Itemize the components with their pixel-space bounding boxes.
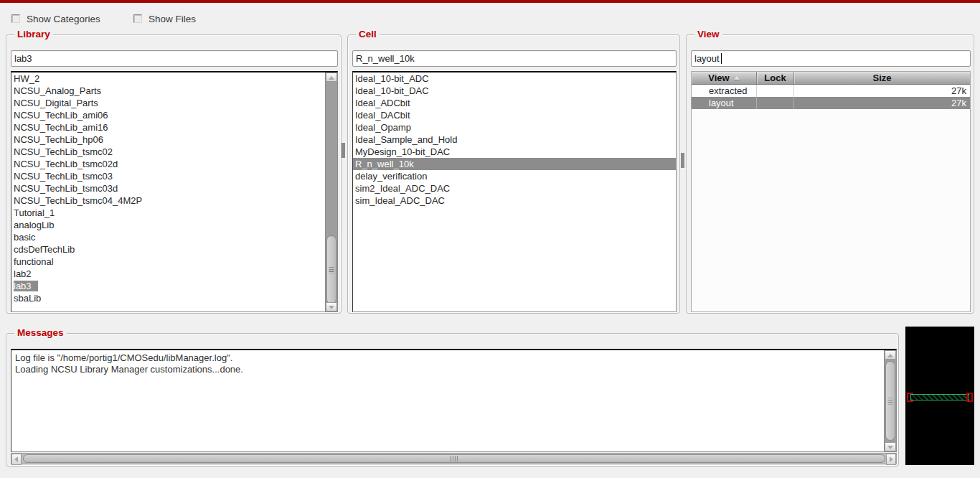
messages-panel: Messages Log file is "/home/portig1/CMOS… <box>6 333 899 467</box>
library-list-item[interactable]: NCSU_TechLib_tsmc03 <box>11 170 325 182</box>
cell-list-item[interactable]: Ideal_10-bit_ADC <box>353 72 676 85</box>
scroll-down-button[interactable] <box>326 302 337 311</box>
view-table-cell-lock <box>757 85 794 97</box>
view-column-header[interactable]: View <box>692 72 757 84</box>
resistor-contact-right <box>966 393 973 402</box>
library-list-item[interactable]: functional <box>11 256 325 268</box>
sort-ascending-icon <box>734 76 740 80</box>
arrow-up-icon <box>887 354 893 357</box>
library-list-item[interactable]: basic <box>11 231 325 243</box>
show-files-option[interactable]: Show Files <box>133 14 196 24</box>
scroll-down-button[interactable] <box>885 442 896 451</box>
thumb-grip-icon <box>888 398 893 404</box>
scrollbar-thumb[interactable] <box>23 454 885 463</box>
cell-list-item[interactable]: Ideal_Sample_and_Hold <box>353 133 676 146</box>
scroll-left-button[interactable] <box>11 454 22 465</box>
scroll-up-button[interactable] <box>885 350 896 360</box>
arrow-up-icon <box>329 76 334 80</box>
show-files-checkbox[interactable] <box>133 14 142 23</box>
view-table-header[interactable]: ViewLockSize <box>692 72 970 85</box>
arrow-left-icon <box>14 456 18 462</box>
column-header-label: Size <box>872 72 891 83</box>
library-list-item[interactable]: lab2 <box>11 268 325 280</box>
view-panel-title: View <box>694 29 722 40</box>
column-header-label: Lock <box>764 72 786 83</box>
message-line: Loading NCSU Library Manager customizati… <box>11 364 884 375</box>
view-table-cell-size: 27k <box>794 97 970 109</box>
resistor-nwell-body <box>910 394 969 400</box>
messages-panel-title: Messages <box>14 327 67 339</box>
cell-list-item[interactable]: sim2_Ideal_ADC_DAC <box>353 182 676 195</box>
cell-list-item[interactable]: Ideal_Opamp <box>353 121 676 133</box>
view-table-cell-view: extracted <box>692 85 757 97</box>
cell-list-item[interactable]: Ideal_10-bit_DAC <box>353 85 676 97</box>
library-list-item[interactable]: NCSU_TechLib_tsmc02 <box>11 146 325 158</box>
library-filter-input[interactable] <box>11 50 338 67</box>
library-panel: Library HW_2NCSU_Analog_PartsNCSU_Digita… <box>6 34 341 314</box>
show-categories-label: Show Categories <box>27 14 100 24</box>
show-files-label: Show Files <box>149 14 196 24</box>
library-panel-title: Library <box>14 29 53 40</box>
cell-list-item[interactable]: MyDesign_10-bit_DAC <box>353 146 676 158</box>
cell-list-item[interactable]: R_n_well_10k <box>353 158 676 170</box>
library-list-item[interactable]: analogLib <box>11 219 325 231</box>
view-table-cell-lock <box>757 97 794 109</box>
cell-panel: Cell Ideal_10-bit_ADCIdeal_10-bit_DACIde… <box>347 34 680 314</box>
show-categories-option[interactable]: Show Categories <box>11 14 100 24</box>
window-accent-bar <box>0 0 980 3</box>
library-list-item[interactable]: NCSU_TechLib_tsmc02d <box>11 158 325 170</box>
library-list-item[interactable]: Tutorial_1 <box>11 207 325 219</box>
scrollbar-thumb[interactable] <box>326 235 336 304</box>
message-line: Log file is "/home/portig1/CMOSedu/libMa… <box>11 350 884 364</box>
library-list-item[interactable]: lab3 <box>11 280 325 292</box>
view-column-header[interactable]: Size <box>794 72 970 84</box>
view-table-row[interactable]: extracted27k <box>692 85 970 97</box>
scroll-right-button[interactable] <box>886 454 896 465</box>
layout-preview <box>905 327 974 465</box>
library-list-item[interactable]: NCSU_Digital_Parts <box>11 97 325 109</box>
messages-log: Log file is "/home/portig1/CMOSedu/libMa… <box>11 349 897 452</box>
view-filter-input[interactable] <box>691 50 971 67</box>
view-table-cell-view: layout <box>692 97 757 109</box>
library-list-item[interactable]: NCSU_TechLib_ami16 <box>11 121 325 133</box>
library-list-item[interactable]: cdsDefTechLib <box>11 243 325 256</box>
column-header-label: View <box>708 72 729 83</box>
view-table: ViewLockSize extracted27klayout27k <box>691 71 971 312</box>
scroll-up-button[interactable] <box>326 72 337 82</box>
library-scrollbar[interactable] <box>325 72 337 311</box>
library-list-item[interactable]: HW_2 <box>11 72 325 85</box>
cell-list-item[interactable]: Ideal_DACbit <box>353 109 676 121</box>
library-list[interactable]: HW_2NCSU_Analog_PartsNCSU_Digital_PartsN… <box>11 71 338 312</box>
library-list-item[interactable]: NCSU_Analog_Parts <box>11 85 325 97</box>
library-list-item[interactable]: NCSU_TechLib_tsmc03d <box>11 182 325 195</box>
cell-panel-title: Cell <box>356 29 380 40</box>
library-list-item[interactable]: NCSU_TechLib_hp06 <box>11 133 325 146</box>
messages-horizontal-scrollbar[interactable] <box>11 453 897 464</box>
text-cursor <box>721 53 722 64</box>
library-list-item[interactable]: NCSU_TechLib_tsmc04_4M2P <box>11 195 325 207</box>
view-table-row[interactable]: layout27k <box>692 97 970 109</box>
cell-list-item[interactable]: delay_verification <box>353 170 676 182</box>
view-table-cell-size: 27k <box>794 85 970 97</box>
thumb-grip-icon <box>329 267 334 273</box>
cell-list[interactable]: Ideal_10-bit_ADCIdeal_10-bit_DACIdeal_AD… <box>352 71 677 312</box>
panel-splitter-handle[interactable] <box>681 153 684 168</box>
arrow-down-icon <box>329 306 334 309</box>
library-list-item[interactable]: sbaLib <box>11 292 325 304</box>
scrollbar-thumb[interactable] <box>885 361 895 441</box>
cell-list-item[interactable]: Ideal_ADCbit <box>353 97 676 109</box>
thumb-grip-icon <box>451 456 458 461</box>
view-panel: View ViewLockSize extracted27klayout27k <box>686 34 974 314</box>
cell-filter-input[interactable] <box>352 50 677 67</box>
view-column-header[interactable]: Lock <box>757 72 794 84</box>
arrow-down-icon <box>887 446 893 449</box>
show-categories-checkbox[interactable] <box>11 14 20 23</box>
library-list-item[interactable]: NCSU_TechLib_ami06 <box>11 109 325 121</box>
messages-vertical-scrollbar[interactable] <box>884 350 896 451</box>
panel-splitter-handle[interactable] <box>341 143 345 158</box>
cell-list-item[interactable]: sim_Ideal_ADC_DAC <box>353 195 676 207</box>
arrow-right-icon <box>890 456 893 462</box>
